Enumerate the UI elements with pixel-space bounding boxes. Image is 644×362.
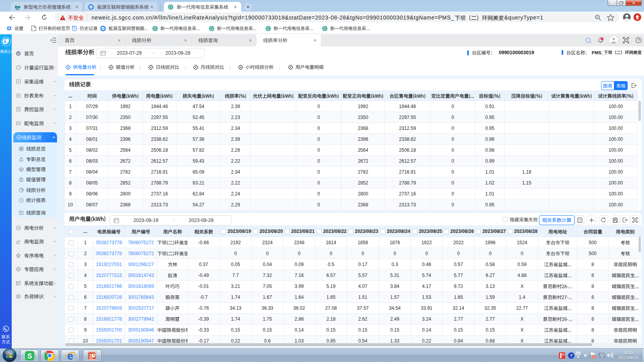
svg-text:S: S	[27, 352, 32, 360]
svg-text:?: ?	[570, 353, 573, 358]
